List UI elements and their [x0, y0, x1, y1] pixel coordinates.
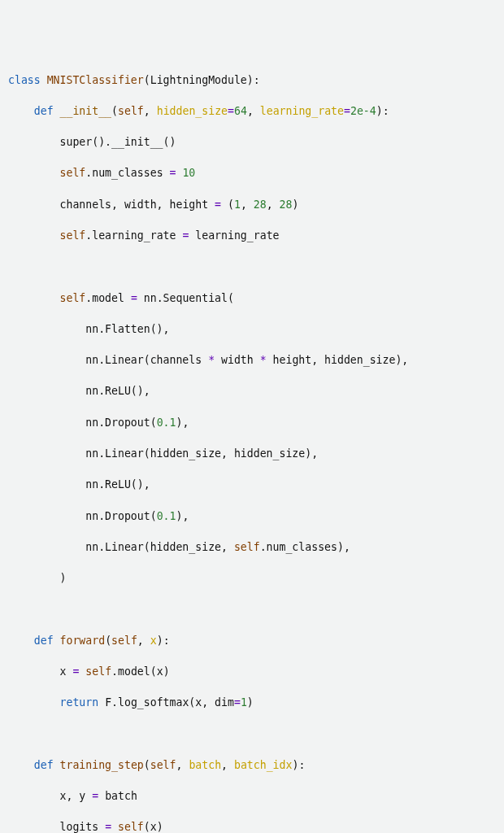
code-line: ) [8, 570, 496, 586]
code-line: return F.log_softmax(x, dim=1) [8, 695, 496, 710]
code-line: x, y = batch [8, 788, 496, 804]
code-line [8, 601, 496, 617]
code-block: class MNISTClassifier(LightningModule): … [8, 72, 496, 833]
code-line: channels, width, height = (1, 28, 28) [8, 197, 496, 212]
code-line [8, 259, 496, 274]
code-line: nn.ReLU(), [8, 477, 496, 492]
code-line: class MNISTClassifier(LightningModule): [8, 72, 496, 88]
code-line: self.learning_rate = learning_rate [8, 228, 496, 243]
code-line: self.model = nn.Sequential( [8, 290, 496, 306]
code-line: nn.Linear(channels * width * height, hid… [8, 352, 496, 368]
code-line: super().__init__() [8, 134, 496, 150]
code-line: self.num_classes = 10 [8, 165, 496, 181]
code-line: nn.Linear(hidden_size, self.num_classes)… [8, 539, 496, 555]
code-line: def training_step(self, batch, batch_idx… [8, 757, 496, 773]
code-line [8, 726, 496, 741]
code-line: nn.Dropout(0.1), [8, 508, 496, 524]
code-line: def __init__(self, hidden_size=64, learn… [8, 103, 496, 119]
code-line: logits = self(x) [8, 819, 496, 833]
code-line: nn.ReLU(), [8, 383, 496, 399]
code-line: nn.Dropout(0.1), [8, 415, 496, 430]
code-line: nn.Flatten(), [8, 321, 496, 337]
code-line: nn.Linear(hidden_size, hidden_size), [8, 446, 496, 461]
code-line: def forward(self, x): [8, 633, 496, 648]
code-line: x = self.model(x) [8, 664, 496, 679]
